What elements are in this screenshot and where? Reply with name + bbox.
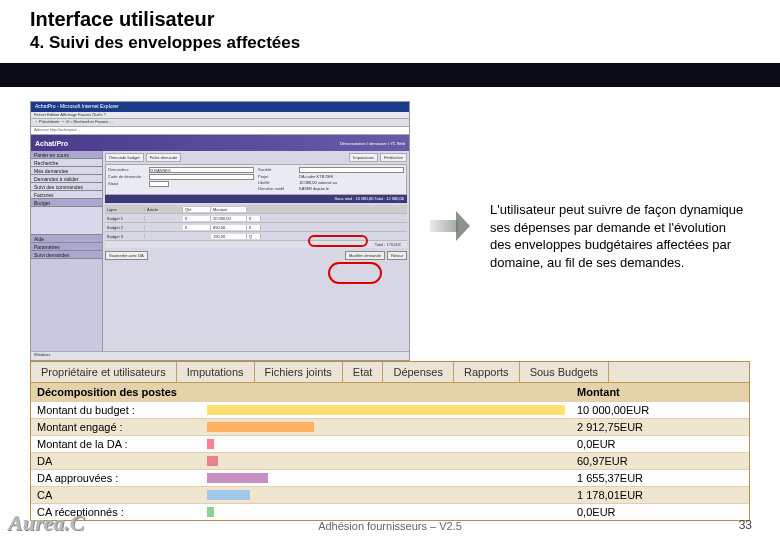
sidebar-item: Budget: [31, 199, 102, 207]
footer-text: Adhésion fournisseurs – V2.5: [0, 520, 780, 532]
back-button: Retour: [387, 251, 407, 260]
budget-row: CA1 178,01EUR: [31, 486, 749, 503]
address-bar: Adresse http://achatpro/...: [31, 127, 409, 135]
detail-tabs: Propriétaire et utilisateurs Imputations…: [31, 362, 749, 383]
tab-subbudgets[interactable]: Sous Budgets: [520, 362, 610, 382]
row-bar: [201, 419, 571, 435]
page-title: Interface utilisateur: [30, 8, 750, 31]
tab-state[interactable]: Etat: [343, 362, 384, 382]
row-label: DA approuvées :: [31, 470, 201, 486]
tab-row: Demande budget Fiche demande Imputations…: [105, 153, 407, 162]
row-label: Montant du budget :: [31, 402, 201, 418]
submit-button: Soumettre avec DA: [105, 251, 148, 260]
arrow-icon: [430, 211, 470, 241]
form-panel: DemandeurG BANNES Code de demande Statut…: [105, 164, 407, 195]
sidebar-item: Paramètres: [31, 243, 102, 251]
page-subtitle: 4. Suivi des enveloppes affectées: [30, 33, 750, 53]
sidebar-item: Demandes à valider: [31, 175, 102, 183]
page-number: 33: [739, 518, 752, 532]
slide-header: Interface utilisateur 4. Suivi des envel…: [0, 0, 780, 63]
row-bar: [201, 453, 571, 469]
table-row: Budget 1020 000,000: [105, 214, 407, 223]
browser-toolbar: ← Précédente → ⟳ ⌂ Rechercher Favoris ..…: [31, 119, 409, 127]
tab-expenses[interactable]: Dépenses: [383, 362, 454, 382]
row-amount: 0,0EUR: [571, 504, 721, 520]
sidebar-item: Suivi des commandes: [31, 183, 102, 191]
row-amount: 0,0EUR: [571, 436, 721, 452]
row-amount: 1 655,37EUR: [571, 470, 721, 486]
budget-row: Montant du budget :10 000,00EUR: [31, 401, 749, 418]
detail-header: Décomposition des postes Montant: [31, 383, 749, 401]
totals-band: Sous total : 10 080,00 Total : 12 080,00: [105, 195, 407, 203]
row-label: Montant de la DA :: [31, 436, 201, 452]
row-label: Montant engagé :: [31, 419, 201, 435]
sidebar-item: Mes demandes: [31, 167, 102, 175]
button-row: Soumettre avec DA Modifier demande Retou…: [105, 251, 407, 260]
sidebar-item: Suivi demandes: [31, 251, 102, 259]
sidebar-item: Panier en cours: [31, 151, 102, 159]
row-label: DA: [31, 453, 201, 469]
row-label: CA: [31, 487, 201, 503]
budget-row: DA approuvées :1 655,37EUR: [31, 469, 749, 486]
description-text: L'utilisateur peut suivre de façon dynam…: [490, 101, 750, 361]
app-screenshot: AchatPro - Microsoft Internet Explorer F…: [30, 101, 410, 361]
tab: Fiche demande: [146, 153, 182, 162]
content-row: AchatPro - Microsoft Internet Explorer F…: [0, 87, 780, 361]
table-header: Ligne Article Qté Montant: [105, 205, 407, 214]
tab: Fédération: [380, 153, 407, 162]
sidebar-item: Recherche: [31, 159, 102, 167]
tab: Demande budget: [105, 153, 144, 162]
row-bar: [201, 504, 571, 520]
sidebar-item: [31, 207, 102, 235]
app-sidebar: Panier en cours Recherche Mes demandes D…: [31, 151, 103, 356]
tab-attachments[interactable]: Fichiers joints: [255, 362, 343, 382]
budget-row: Montant de la DA :0,0EUR: [31, 435, 749, 452]
row-amount: 10 000,00EUR: [571, 402, 721, 418]
tab-owners[interactable]: Propriétaire et utilisateurs: [31, 362, 177, 382]
highlight-oval-icon: [308, 235, 368, 247]
row-amount: 2 912,75EUR: [571, 419, 721, 435]
tab-reports[interactable]: Rapports: [454, 362, 520, 382]
browser-menubar: Fichier Edition Affichage Favoris Outils…: [31, 112, 409, 119]
row-bar: [201, 470, 571, 486]
row-amount: 1 178,01EUR: [571, 487, 721, 503]
window-titlebar: AchatPro - Microsoft Internet Explorer: [31, 102, 409, 112]
app-main: Demande budget Fiche demande Imputations…: [103, 151, 409, 356]
app-header: Achat/Pro Démonstration / demouser / YC …: [31, 135, 409, 151]
sidebar-item: Aide: [31, 235, 102, 243]
sidebar-item: Factures: [31, 191, 102, 199]
divider-band: [0, 63, 780, 87]
budget-detail-panel: Propriétaire et utilisateurs Imputations…: [30, 361, 750, 521]
row-bar: [201, 402, 571, 418]
row-bar: [201, 487, 571, 503]
budget-row: DA60,97EUR: [31, 452, 749, 469]
app-name: Achat/Pro: [35, 140, 68, 147]
tab-imputations[interactable]: Imputations: [177, 362, 255, 382]
app-user-context: Démonstration / demouser / YC Web: [340, 141, 405, 146]
highlight-oval-icon: [328, 262, 382, 284]
row-bar: [201, 436, 571, 452]
budget-row: Montant engagé :2 912,75EUR: [31, 418, 749, 435]
browser-statusbar: Windows: [31, 351, 409, 360]
row-amount: 60,97EUR: [571, 453, 721, 469]
table-row: Budget 20890,000: [105, 223, 407, 232]
modify-button: Modifier demande: [345, 251, 385, 260]
budget-row: CA réceptionnés :0,0EUR: [31, 503, 749, 520]
tab: Imputations: [349, 153, 378, 162]
app-body: Panier en cours Recherche Mes demandes D…: [31, 151, 409, 356]
